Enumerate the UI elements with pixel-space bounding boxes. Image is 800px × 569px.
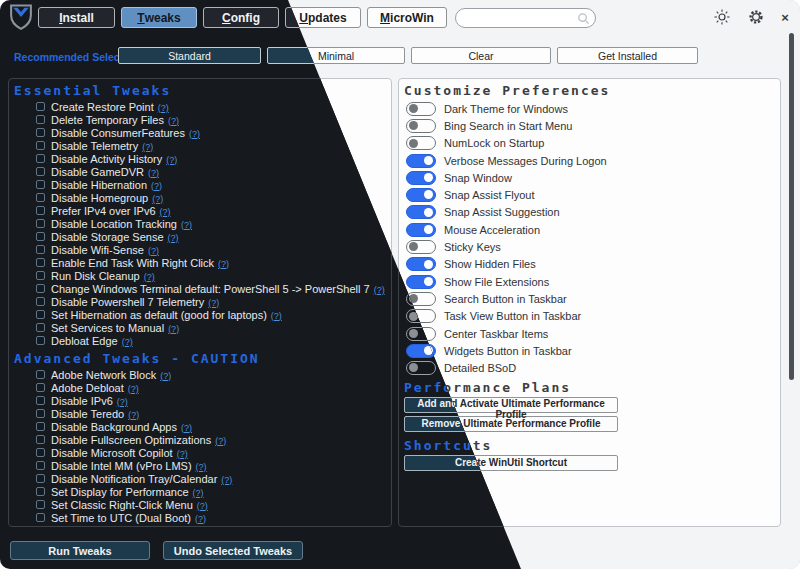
checkbox[interactable] [36,128,45,137]
tweak-checkbox-row[interactable]: Disable Intel MM (vPro LMS)(?) [9,459,391,472]
undo-selected-tweaks-button[interactable]: Undo Selected Tweaks [163,541,303,560]
toggle-switch[interactable] [406,154,436,168]
help-link[interactable]: (?) [160,207,171,217]
help-link[interactable]: (?) [148,246,159,256]
help-link[interactable]: (?) [128,384,139,394]
tweak-checkbox-row[interactable]: Disable Hibernation(?) [9,178,391,191]
tweak-checkbox-row[interactable]: Disable Microsoft Copilot(?) [9,446,391,459]
checkbox[interactable] [36,526,45,527]
help-link[interactable]: (?) [181,423,192,433]
checkbox[interactable] [36,115,45,124]
checkbox[interactable] [36,500,45,509]
help-link[interactable]: (?) [181,220,192,230]
tweak-checkbox-row[interactable]: Disable Wifi-Sense(?) [9,243,391,256]
tweak-checkbox-row[interactable]: Adobe Debloat(?) [9,381,391,394]
checkbox[interactable] [36,167,45,176]
tweak-checkbox-row[interactable]: Prefer IPv4 over IPv6(?) [9,204,391,217]
toggle-switch[interactable] [406,102,436,116]
help-link[interactable]: (?) [196,462,207,472]
tweak-checkbox-row[interactable]: Set Classic Right-Click Menu (?) [9,498,391,511]
help-link[interactable]: (?) [215,436,226,446]
vertical-scrollbar-thumb[interactable] [789,33,794,380]
run-tweaks-button[interactable]: Run Tweaks [10,541,150,560]
help-link[interactable]: (?) [151,181,162,191]
help-link[interactable]: (?) [177,449,188,459]
tweak-checkbox-row[interactable]: Disable Location Tracking(?) [9,217,391,230]
checkbox[interactable] [36,219,45,228]
help-link[interactable]: (?) [128,410,139,420]
tweak-checkbox-row[interactable]: Disable IPv6(?) [9,394,391,407]
recommended-preset-button[interactable]: Clear [411,47,551,64]
tweak-checkbox-row[interactable]: Adobe Network Block(?) [9,368,391,381]
tweak-checkbox-row[interactable]: Enable End Task With Right Click(?) [9,256,391,269]
tweak-checkbox-row[interactable]: Disable GameDVR(?) [9,165,391,178]
close-icon[interactable]: × [777,9,793,25]
search-input[interactable] [455,8,596,28]
checkbox[interactable] [36,422,45,431]
checkbox[interactable] [36,271,45,280]
tweak-checkbox-row[interactable]: Debloat Edge(?) [9,334,391,347]
checkbox[interactable] [36,487,45,496]
help-link[interactable]: (?) [271,311,282,321]
tweak-checkbox-row[interactable]: Set Time to UTC (Dual Boot)(?) [9,511,391,524]
checkbox[interactable] [36,232,45,241]
help-link[interactable]: (?) [208,298,219,308]
checkbox[interactable] [36,141,45,150]
checkbox[interactable] [36,284,45,293]
toggle-switch[interactable] [406,257,436,271]
toggle-switch[interactable] [406,205,436,219]
toggle-switch[interactable] [406,223,436,237]
help-link[interactable]: (?) [148,168,159,178]
help-link[interactable]: (?) [195,514,206,524]
tweak-checkbox-row[interactable]: Disable Activity History(?) [9,152,391,165]
recommended-preset-button[interactable]: Get Installed [557,47,698,64]
checkbox[interactable] [36,448,45,457]
help-link[interactable]: (?) [142,142,153,152]
checkbox[interactable] [36,461,45,470]
help-link[interactable]: (?) [168,324,179,334]
checkbox[interactable] [36,258,45,267]
help-link[interactable]: (?) [221,475,232,485]
checkbox[interactable] [36,474,45,483]
help-link[interactable]: (?) [193,488,204,498]
tweak-checkbox-row[interactable]: Disable Telemetry(?) [9,139,391,152]
tweak-checkbox-row[interactable]: Disable Powershell 7 Telemetry(?) [9,295,391,308]
nav-tab[interactable]: Config [203,7,279,28]
help-link[interactable]: (?) [189,129,200,139]
tweak-checkbox-row[interactable]: Set Hibernation as default (good for lap… [9,308,391,321]
nav-tab[interactable]: Tweaks [121,7,197,28]
toggle-switch[interactable] [406,136,436,150]
checkbox[interactable] [36,396,45,405]
tweak-checkbox-row[interactable]: Run Disk Cleanup(?) [9,269,391,282]
help-link[interactable]: (?) [197,501,208,511]
checkbox[interactable] [36,193,45,202]
help-link[interactable]: (?) [152,194,163,204]
tweak-checkbox-row[interactable]: Disable Notification Tray/Calendar(?) [9,472,391,485]
settings-gear-icon[interactable] [748,9,764,25]
checkbox[interactable] [36,513,45,522]
checkbox[interactable] [36,336,45,345]
checkbox[interactable] [36,323,45,332]
tweak-checkbox-row[interactable]: Disable Storage Sense(?) [9,230,391,243]
help-link[interactable]: (?) [160,371,171,381]
checkbox[interactable] [36,310,45,319]
toggle-switch[interactable] [406,188,436,202]
help-link[interactable]: (?) [166,155,177,165]
help-link[interactable]: (?) [144,272,155,282]
checkbox[interactable] [36,297,45,306]
help-link[interactable]: (?) [117,397,128,407]
checkbox[interactable] [36,206,45,215]
help-link[interactable]: (?) [158,103,169,113]
checkbox[interactable] [36,245,45,254]
tweak-checkbox-row[interactable]: Disable ConsumerFeatures(?) [9,126,391,139]
checkbox[interactable] [36,370,45,379]
help-link[interactable]: (?) [122,337,133,347]
checkbox[interactable] [36,435,45,444]
tweak-checkbox-row[interactable]: Disable Background Apps(?) [9,420,391,433]
help-link[interactable]: (?) [374,285,385,295]
help-link[interactable]: (?) [168,116,179,126]
tweak-checkbox-row[interactable]: Remove ALL MS Store Apps - NOT RECOMMEND… [9,524,391,527]
toggle-switch[interactable] [406,171,436,185]
checkbox[interactable] [36,383,45,392]
tweak-checkbox-row[interactable]: Delete Temporary Files(?) [9,113,391,126]
